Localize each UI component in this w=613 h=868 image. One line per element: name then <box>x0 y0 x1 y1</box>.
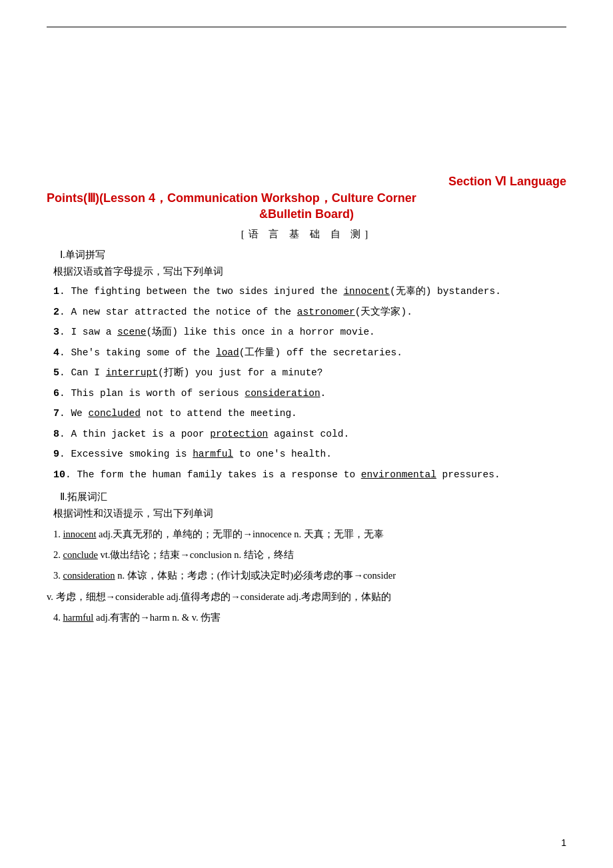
section-title-line3: &Bulletin Board) <box>47 207 566 221</box>
section-title-line2: Points(Ⅲ)(Lesson 4，Communication Worksho… <box>47 190 566 206</box>
section-i-instruction: 根据汉语或首字母提示，写出下列单词 <box>53 265 566 278</box>
vocab-item: 4. harmful adj.有害的→harm n. & v. 伤害 <box>53 610 566 625</box>
vocab-word: consideration <box>63 570 115 581</box>
item-text-before: . We <box>59 408 89 419</box>
item-text-before: . She's taking some of the <box>59 347 216 358</box>
section-ii-list-cont: 4. harmful adj.有害的→harm n. & v. 伤害 <box>53 610 566 625</box>
item-number: 1 <box>53 286 59 297</box>
item-number: 6 <box>53 388 59 399</box>
item-paren: (工作量) <box>239 347 281 358</box>
vocab-item: 2. conclude vt.做出结论；结束→conclusion n. 结论，… <box>53 547 566 563</box>
item-answer: protection <box>210 429 268 439</box>
item-answer: load <box>216 347 239 358</box>
item-answer: consideration <box>245 388 320 399</box>
language-test-label: [语 言 基 础 自 测] <box>47 228 566 241</box>
section-title-block: Section Ⅵ Language Points(Ⅲ)(Lesson 4，Co… <box>47 174 566 221</box>
vocab-word: harmful <box>63 612 94 623</box>
vocab-def: vt.做出结论；结束→conclusion n. 结论，终结 <box>98 549 294 560</box>
item-answer: interrupt <box>106 367 158 378</box>
item-text-before: . Excessive smoking is <box>59 449 193 459</box>
vocab-num: 1. <box>53 529 63 539</box>
list-item: 6. This plan is worth of serious conside… <box>53 387 566 402</box>
vocab-def: n. 体谅，体贴；考虑；(作计划或决定时)必须考虑的事→consider <box>115 570 396 581</box>
section-i-list: 1. The fighting between the two sides in… <box>53 285 566 483</box>
list-item: 2. A new star attracted the notice of th… <box>53 305 566 321</box>
item-text-after: like this once in a horror movie. <box>178 327 375 337</box>
item-answer: environmental <box>361 469 436 480</box>
item-number: 7 <box>53 408 59 419</box>
item-number: 3 <box>53 327 59 338</box>
section-ii-list: 1. innocent adj.天真无邪的，单纯的；无罪的→innocence … <box>53 527 566 584</box>
item-text-after: you just for a minute? <box>189 367 322 378</box>
list-item: 7. We concluded not to attend the meetin… <box>53 407 566 422</box>
item-answer: concluded <box>89 408 141 419</box>
item-text-before: . I saw a <box>59 327 117 337</box>
section-ii-label: Ⅱ.拓展词汇 <box>60 491 566 503</box>
list-item: 1. The fighting between the two sides in… <box>53 285 566 300</box>
item-text-before: . A thin jacket is a poor <box>59 429 210 439</box>
list-item: 3. I saw a scene(场面) like this once in a… <box>53 325 566 341</box>
item-answer: scene <box>117 327 147 337</box>
item-number: 8 <box>53 429 59 440</box>
item-paren: (天文学家) <box>355 307 406 317</box>
item-number: 4 <box>53 347 59 359</box>
vocab-item: 1. innocent adj.天真无邪的，单纯的；无罪的→innocence … <box>53 527 566 542</box>
item-text-after: . <box>406 307 412 317</box>
section-ii-instruction: 根据词性和汉语提示，写出下列单词 <box>53 507 566 520</box>
item-text-before: . A new star attracted the notice of the <box>59 307 297 317</box>
section-title-line1: Section Ⅵ Language <box>47 174 566 189</box>
vocab-item: 3. consideration n. 体谅，体贴；考虑；(作计划或决定时)必须… <box>53 568 566 583</box>
item-number: 2 <box>53 307 59 318</box>
page-number: 1 <box>561 837 566 848</box>
item-text-after: against cold. <box>268 429 349 439</box>
item-number: 5 <box>53 367 59 379</box>
vocab-def: adj.有害的→harm n. & v. 伤害 <box>93 612 221 623</box>
item-text-after: bystanders. <box>431 286 500 297</box>
item-text-before: . Can I <box>59 367 106 378</box>
list-item: 10. The form the human family takes is a… <box>53 468 566 483</box>
vocab-num: 3. <box>53 570 63 581</box>
list-item: 5. Can I interrupt(打断) you just for a mi… <box>53 366 566 381</box>
item-text-before: . The form the human family takes is a r… <box>65 469 361 480</box>
item-text-after: not to attend the meeting. <box>141 408 297 419</box>
item-text-after: to one's health. <box>233 449 332 459</box>
item-text-after: off the secretaries. <box>281 347 402 358</box>
vocab-def: adj.天真无邪的，单纯的；无罪的→innocence n. 天真；无罪，无辜 <box>96 529 383 539</box>
item-paren: (无辜的) <box>390 286 431 297</box>
item-answer: astronomer <box>297 307 355 317</box>
item-paren: (打断) <box>158 367 189 378</box>
item-answer: harmful <box>193 449 233 459</box>
item-number: 9 <box>53 449 59 460</box>
top-line <box>47 27 566 27</box>
item-text-after: . <box>320 388 326 399</box>
item-number: 10 <box>53 469 65 481</box>
section-i-label: Ⅰ.单词拼写 <box>60 249 566 261</box>
list-item: 8. A thin jacket is a poor protection ag… <box>53 427 566 443</box>
item-text-before: . The fighting between the two sides inj… <box>59 286 343 297</box>
vocab-num: 2. <box>53 549 63 560</box>
vocab-continuation: v. 考虑，细想→considerable adj.值得考虑的→consider… <box>47 589 566 605</box>
vocab-word: conclude <box>63 549 98 560</box>
list-item: 4. She's taking some of the load(工作量) of… <box>53 346 566 361</box>
list-item: 9. Excessive smoking is harmful to one's… <box>53 447 566 463</box>
vocab-word: innocent <box>63 529 97 539</box>
item-paren: (场面) <box>147 327 178 337</box>
item-text-after: pressures. <box>436 469 500 480</box>
item-text-before: . This plan is worth of serious <box>59 388 245 399</box>
item-answer: innocent <box>343 286 390 297</box>
vocab-num: 4. <box>53 612 63 623</box>
